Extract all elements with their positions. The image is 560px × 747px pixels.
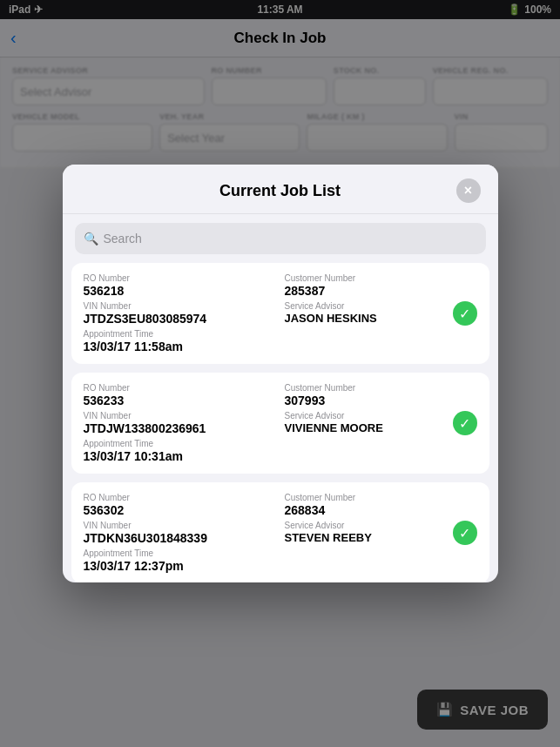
appointment-value: 13/03/17 12:37pm bbox=[84, 559, 477, 573]
vin-label: VIN Number bbox=[84, 521, 276, 530]
ro-label: RO Number bbox=[84, 383, 276, 393]
ro-number-field: RO Number 536302 bbox=[84, 493, 276, 517]
ro-value: 536302 bbox=[84, 503, 276, 517]
customer-label: Customer Number bbox=[285, 383, 477, 393]
vin-number-field: VIN Number JTDJW133800236961 bbox=[84, 411, 276, 435]
customer-number-field: Customer Number 307993 bbox=[285, 383, 477, 407]
close-icon: × bbox=[464, 183, 472, 199]
search-box[interactable]: 🔍 Search bbox=[75, 223, 486, 254]
customer-label: Customer Number bbox=[285, 493, 477, 502]
advisor-value: STEVEN REEBY bbox=[285, 531, 442, 544]
appointment-label: Appointment Time bbox=[84, 548, 477, 558]
check-icon: ✓ bbox=[453, 301, 477, 326]
ro-value: 536218 bbox=[84, 284, 276, 298]
customer-value: 285387 bbox=[285, 284, 477, 298]
appointment-label: Appointment Time bbox=[84, 329, 477, 339]
appointment-label: Appointment Time bbox=[84, 439, 477, 448]
advisor-label: Service Advisor bbox=[285, 411, 442, 421]
ro-label: RO Number bbox=[84, 493, 276, 502]
ro-number-field: RO Number 536218 bbox=[84, 273, 276, 298]
ro-number-field: RO Number 536233 bbox=[84, 383, 276, 407]
search-icon: 🔍 bbox=[84, 232, 98, 246]
customer-number-field: Customer Number 285387 bbox=[285, 273, 477, 298]
modal-title: Current Job List bbox=[105, 182, 456, 200]
table-row[interactable]: RO Number 536218 Customer Number 285387 … bbox=[71, 263, 489, 364]
vin-label: VIN Number bbox=[84, 301, 276, 311]
current-job-list-modal: Current Job List × 🔍 Search RO Number 53… bbox=[63, 165, 498, 582]
customer-number-field: Customer Number 268834 bbox=[285, 493, 477, 517]
vin-number-field: VIN Number JTDZS3EU803085974 bbox=[84, 301, 276, 326]
advisor-field: Service Advisor VIVIENNE MOORE bbox=[285, 411, 477, 435]
customer-value: 307993 bbox=[285, 394, 477, 407]
customer-label: Customer Number bbox=[285, 273, 477, 283]
vin-label: VIN Number bbox=[84, 411, 276, 421]
appointment-value: 13/03/17 11:58am bbox=[84, 340, 477, 353]
advisor-value: JASON HESKINS bbox=[285, 312, 442, 325]
check-icon: ✓ bbox=[453, 411, 477, 435]
vin-value: JTDJW133800236961 bbox=[84, 421, 276, 435]
modal-overlay: Current Job List × 🔍 Search RO Number 53… bbox=[0, 0, 560, 747]
ro-label: RO Number bbox=[84, 273, 276, 283]
appointment-field: Appointment Time 13/03/17 12:37pm bbox=[84, 548, 477, 573]
ro-value: 536233 bbox=[84, 394, 276, 407]
table-row[interactable]: RO Number 536302 Customer Number 268834 … bbox=[71, 482, 489, 582]
modal-close-button[interactable]: × bbox=[456, 178, 481, 203]
customer-value: 268834 bbox=[285, 503, 477, 517]
advisor-field: Service Advisor JASON HESKINS bbox=[285, 301, 477, 326]
search-input[interactable]: Search bbox=[104, 232, 142, 246]
advisor-label: Service Advisor bbox=[285, 301, 442, 311]
job-list: RO Number 536218 Customer Number 285387 … bbox=[63, 263, 498, 582]
vin-value: JTDZS3EU803085974 bbox=[84, 312, 276, 326]
appointment-field: Appointment Time 13/03/17 11:58am bbox=[84, 329, 477, 353]
appointment-value: 13/03/17 10:31am bbox=[84, 449, 477, 463]
vin-number-field: VIN Number JTDKN36U301848339 bbox=[84, 521, 276, 545]
vin-value: JTDKN36U301848339 bbox=[84, 531, 276, 545]
appointment-field: Appointment Time 13/03/17 10:31am bbox=[84, 439, 477, 463]
check-icon: ✓ bbox=[453, 521, 477, 545]
table-row[interactable]: RO Number 536233 Customer Number 307993 … bbox=[71, 373, 489, 474]
modal-header: Current Job List × bbox=[63, 165, 498, 214]
advisor-field: Service Advisor STEVEN REEBY bbox=[285, 521, 477, 545]
search-container: 🔍 Search bbox=[63, 214, 498, 263]
advisor-value: VIVIENNE MOORE bbox=[285, 421, 442, 434]
advisor-label: Service Advisor bbox=[285, 521, 442, 530]
